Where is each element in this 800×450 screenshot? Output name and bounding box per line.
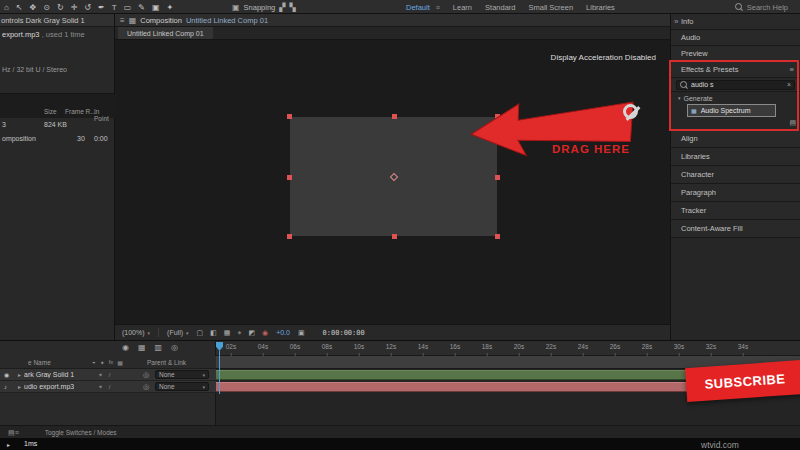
toggle-switches-button[interactable]: Toggle Switches / Modes — [45, 429, 117, 436]
composition-viewport[interactable]: Display Acceleration Disabled DRAG HERE — [115, 40, 670, 324]
workspace-default[interactable]: Default — [406, 3, 430, 12]
puppet-tool-icon[interactable]: ✦ — [166, 3, 173, 12]
eye-icon[interactable]: ◉ — [4, 371, 13, 378]
resolution-value: (Full) — [167, 329, 183, 336]
transform-handle[interactable] — [495, 175, 500, 180]
pen-tool-icon[interactable]: ✒ — [98, 3, 105, 12]
snap-option-icon-2[interactable]: ▚ — [289, 3, 295, 12]
workspace-small-screen[interactable]: Small Screen — [529, 3, 574, 12]
hand-tool-icon[interactable]: ✥ — [30, 3, 37, 12]
source-name-header[interactable]: e Name — [28, 359, 51, 366]
pan-tool-icon[interactable]: ✛ — [71, 3, 78, 12]
divider — [158, 328, 159, 337]
parent-link-header[interactable]: Parent & Link — [147, 359, 186, 366]
panel-tab[interactable]: Audio — [671, 30, 800, 46]
home-icon[interactable]: ⌂ — [4, 3, 9, 12]
layer-switches[interactable]: ✦ / — [98, 383, 112, 390]
composition-panel-header[interactable]: ≡ ▦ Composition Untitled Linked Comp 01 — [115, 14, 670, 27]
parent-value: None — [159, 383, 175, 390]
motion-blur-icon[interactable]: ◎ — [171, 343, 178, 352]
panel-tab[interactable]: Tracker — [671, 202, 800, 220]
item-label: omposition — [2, 135, 36, 142]
transform-handle[interactable] — [495, 234, 500, 239]
channels-icon[interactable]: ◉ — [262, 329, 268, 337]
pickwhip-icon[interactable]: ◎ — [143, 371, 149, 379]
timecode[interactable]: 0:00:00:00 — [323, 329, 365, 337]
exposure-value[interactable]: +0.0 — [276, 329, 290, 336]
resolution-dropdown[interactable]: (Full) ▾ — [167, 329, 188, 336]
zoom-tool-icon[interactable]: ⊙ — [43, 3, 50, 12]
rectangle-tool-icon[interactable]: ▭ — [124, 3, 132, 12]
panel-tab[interactable]: Libraries — [671, 148, 800, 166]
ruler-tick: 16s — [450, 343, 460, 350]
speaker-icon[interactable]: ♪ — [4, 384, 13, 390]
workspace-learn[interactable]: Learn — [453, 3, 472, 12]
type-tool-icon[interactable]: T — [112, 3, 117, 12]
panel-tab[interactable]: Preview — [671, 46, 800, 62]
current-view-icon[interactable]: ⌖ — [237, 329, 241, 337]
twirl-icon[interactable]: ▸ — [18, 371, 21, 378]
panel-tab[interactable]: Paragraph — [671, 184, 800, 202]
snapping-label[interactable]: Snapping — [244, 3, 276, 12]
panel-tab[interactable]: Align — [671, 130, 800, 148]
composition-tab[interactable]: Untitled Linked Comp 01 — [118, 27, 213, 39]
region-of-interest-icon[interactable]: ▢ — [197, 329, 204, 337]
clone-stamp-tool-icon[interactable]: ▣ — [152, 3, 160, 12]
selected-solid-layer[interactable] — [290, 117, 497, 236]
transform-handle[interactable] — [392, 234, 397, 239]
workspace-standard[interactable]: Standard — [485, 3, 515, 12]
snap-option-icon-1[interactable]: ▞ — [279, 3, 285, 12]
layer-row-solid[interactable]: ◉ ▸ ark Gray Solid 1 ✦ / ◎ None ▾ — [0, 369, 216, 381]
column-frame-rate[interactable]: Frame R... — [65, 108, 96, 115]
workspace-libraries[interactable]: Libraries — [586, 3, 615, 12]
grid-guides-icon[interactable]: ▦ — [224, 329, 231, 337]
generate-group-row[interactable]: ▾ Generate — [671, 92, 800, 104]
audio-spectrum-effect[interactable]: ▦ Audio Spectrum — [687, 104, 776, 117]
timeline-view-options: ◉▦▥◎ — [122, 343, 178, 352]
panel-menu-icon[interactable]: ≡ — [120, 16, 125, 25]
effects-presets-tab[interactable]: Effects & Presets ≡ — [671, 62, 800, 78]
anchor-point[interactable] — [389, 172, 397, 180]
transform-handle[interactable] — [287, 114, 292, 119]
magnification-dropdown[interactable]: (100%) ▾ — [122, 329, 150, 336]
transform-handle[interactable] — [392, 114, 397, 119]
brush-tool-icon[interactable]: ✎ — [138, 3, 145, 12]
transform-handle[interactable] — [287, 234, 292, 239]
collapse-panels-icon[interactable]: » — [674, 17, 678, 26]
twirl-icon[interactable]: ▸ — [18, 383, 21, 390]
panel-tab[interactable]: Info — [671, 14, 800, 30]
rotation-tool-icon[interactable]: ↺ — [84, 3, 91, 12]
layer-name[interactable]: udio export.mp3 — [24, 383, 74, 390]
orbit-tool-icon[interactable]: ↻ — [57, 3, 64, 12]
transform-handle[interactable] — [287, 175, 292, 180]
layer-switches[interactable]: ✦ / — [98, 371, 112, 378]
panel-tab[interactable]: Character — [671, 166, 800, 184]
layer-name[interactable]: ark Gray Solid 1 — [24, 371, 74, 378]
frame-blend-icon[interactable]: ▥ — [155, 343, 163, 352]
expand-layers-icon[interactable]: ▤ — [8, 429, 15, 436]
workspace-menu-icon[interactable]: ≡ — [436, 4, 440, 11]
column-in-point[interactable]: In Point — [94, 108, 115, 122]
parent-dropdown[interactable]: None ▾ — [155, 370, 209, 379]
snapping-checkbox-icon[interactable]: ▣ — [232, 3, 240, 12]
time-ruler[interactable]: 02s04s06s08s10s12s14s16s18s20s22s24s26s2… — [216, 341, 800, 356]
panel-tab[interactable]: Content-Aware Fill — [671, 220, 800, 238]
transparency-grid-icon[interactable]: ◧ — [210, 329, 217, 337]
pickwhip-icon[interactable]: ◎ — [143, 383, 149, 391]
search-help-field[interactable]: Search Help — [735, 0, 788, 14]
selection-tool-icon[interactable]: ↖ — [16, 3, 23, 12]
effects-search-field[interactable]: audio s × — [676, 80, 795, 90]
panel-menu-icon[interactable]: ≡ — [790, 65, 794, 74]
camera-icon[interactable]: ▣ — [298, 329, 305, 337]
parent-dropdown[interactable]: None ▾ — [155, 382, 209, 391]
twirl-down-icon[interactable]: ▾ — [678, 95, 681, 101]
effect-controls-tab[interactable]: ontrols Dark Gray Solid 1 — [0, 14, 114, 27]
layer-row-audio[interactable]: ♪ ▸ udio export.mp3 ✦ / ◎ None ▾ — [0, 381, 216, 393]
collapse-layers-icon[interactable]: ≡ — [15, 429, 19, 436]
comp-mini-flowchart-icon[interactable]: ◉ — [122, 343, 129, 352]
column-size[interactable]: Size — [44, 108, 57, 115]
draft-3d-icon[interactable]: ▦ — [138, 343, 146, 352]
mask-visibility-icon[interactable]: ◩ — [248, 329, 255, 337]
item-frame-rate: 30 — [77, 135, 85, 142]
clear-search-icon[interactable]: × — [787, 81, 791, 88]
